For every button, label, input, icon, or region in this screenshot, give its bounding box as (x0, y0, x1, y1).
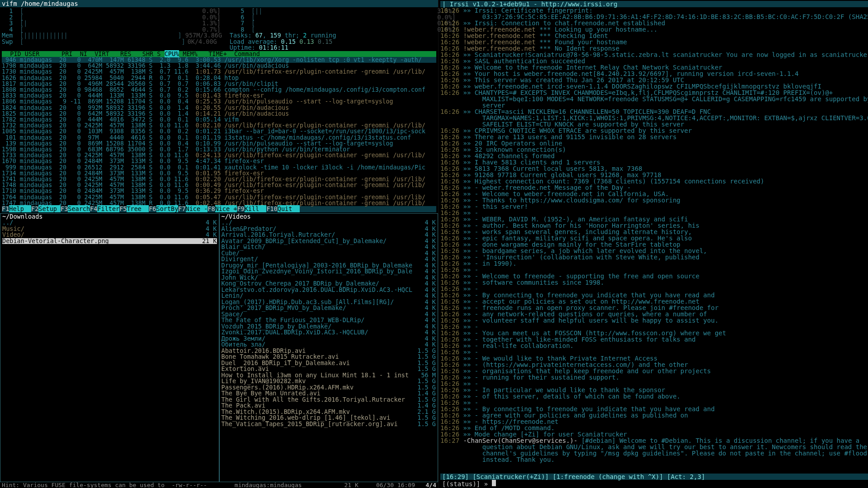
log-line: MAXLIST=bqeI:100 MODES=4 NETWORK=freenod… (440, 96, 868, 102)
log-line: 16:26 »» Scaniatrucker!Scaniatruc@78-56-… (440, 52, 868, 58)
list-item[interactable]: Debian-Vetorial-Character.png21 K (2, 238, 217, 244)
log-line: 16:26 »» 20 IRC Operators online (440, 140, 868, 146)
log-line: 16:26 »» Your host is weber.freenode.net… (440, 70, 868, 77)
log-line: 16:26 »» End of /MOTD command. (440, 425, 868, 431)
log-line: 16:26 »» - 'Insurrection' (collaboration… (440, 254, 868, 260)
log-line: 16:26 »» - agree with our policies and g… (440, 412, 868, 418)
process-header[interactable]: PID USER PRI NI VIRT RES SHR S CPU% MEM%… (2, 51, 436, 57)
log-line: TARGMAX=NAMES:1,LIST:1,KICK:1,WHOIS:1,PR… (440, 115, 868, 121)
log-line: 16:26 »» 48292 channels formed (440, 153, 868, 159)
list-item[interactable]: Proch'_2017_BDRip_MVO_by_Dalemake/4 K (222, 305, 436, 311)
log-line: 16:26 !weber.freenode.net *** Found your… (440, 39, 868, 45)
log-line: 16:26 »» SASL authentication succeeded (440, 58, 868, 64)
pane-title-left: ~/Downloads (0, 214, 219, 220)
log-line: 16:26 »» - in 1990). (440, 260, 868, 267)
log-line: 16:26 »» 32 unknown connection(s) (440, 146, 868, 153)
log-line: SAFELIST ELIST=CTU KNOCK are supported b… (440, 121, 868, 127)
log-line: 16:26 »» - weber.freenode.net Message of… (440, 184, 868, 191)
log-line: 16:26 »» - By connecting to freenode you… (440, 292, 868, 298)
irssi-panel: | Irssi v1.0.2-1+deb9u1 - http://www.irs… (439, 0, 868, 488)
pane-title-right: ~/Videos (220, 214, 438, 220)
irssi-topbar: | Irssi v1.0.2-1+deb9u1 - http://www.irs… (440, 1, 868, 7)
log-line: 16:26 »» There are 113 users and 91155 i… (440, 134, 868, 140)
log-line: 16:26 »» - In particular we would like t… (440, 387, 868, 393)
log-line: 16:26 »» - of this server, details of wh… (440, 393, 868, 399)
log-line: 16:26 »» CHANTYPES=# EXCEPTS INVEX CHANM… (440, 89, 868, 96)
log-line: 16:26 »» This server was created Thu Jan… (440, 77, 868, 83)
list-item[interactable]: Lekarstvo.ot.zdorovya.2016.DUAL.BDRip.Xv… (222, 287, 436, 293)
log-line: 16:26 »» 5813 7368 Current local users 5… (440, 165, 868, 172)
vifm-statusline: Hint: Various FUSE file-systems can be u… (0, 482, 438, 488)
log-line: 16:26 »» - author. Best known for his 'H… (440, 222, 868, 229)
log-line: 16:26 !weber.freenode.net *** No Ident r… (440, 45, 868, 52)
log-line: 16:26 »» - (440, 324, 868, 330)
log-line: 16:26 »» - WEBER, DAVID M. (1952-), an A… (440, 216, 868, 222)
log-line: 16:26 »» - done wargame design mainly fo… (440, 241, 868, 248)
log-line: 16:26 »» - https://freenode.net (440, 418, 868, 425)
list-item[interactable]: Music/4 K (2, 226, 217, 232)
log-line: 16:26 »» Irssi: Certificate fingerprint: (440, 7, 868, 14)
log-line: 16:26 »» - volunteer staff and helpful u… (440, 317, 868, 324)
irssi-statusbar: [16:29] [Scaniatrucker(+Zi)] [1:freenode… (440, 474, 868, 480)
irssi-log[interactable]: 16:26 »» Irssi: Certificate fingerprint:… (440, 7, 868, 474)
list-item[interactable]: ../4 K (2, 220, 217, 226)
log-line: 16:26 »» - freenode runs an open proxy s… (440, 305, 868, 311)
log-line: 16:26 »» - any network-related questions… (440, 311, 868, 317)
log-line: 16:26 »» Highest connection count: 7369 … (440, 178, 868, 184)
log-line: 16:26 »» - (440, 286, 868, 292)
log-line: 16:26 »» I have 5813 clients and 1 serve… (440, 159, 868, 165)
log-line: channel's guidelines by typing "/msg dpk… (440, 450, 868, 456)
process-list[interactable]: 946 mindaugas 20 0 470M 147M 61348 S 2.0… (2, 57, 436, 206)
log-line: 16:26 »» Mode change [+Zi] for user Scan… (440, 431, 868, 437)
log-line: 16:26 »» Irssi: Connection to chat.freen… (440, 20, 868, 26)
log-line: 16:26 »» - (440, 210, 868, 216)
log-line: 16:26 »» - By connecting to freenode you… (440, 406, 868, 412)
log-line: 16:26 »» weber.freenode.net ircd-seven-1… (440, 83, 868, 89)
window-title: vifm /home/mindaugas (0, 0, 438, 7)
log-line: 16:26 !weber.freenode.net *** Checking I… (440, 33, 868, 39)
log-line: 16:27 -ChanServ(ChanServ@services.)- [#d… (440, 437, 868, 444)
htop-panel: 1[ 0.0%] 2[ 0.0%] 3[| 1.3%] 4[ (0, 7, 438, 213)
log-line: 16:26 »» - together with like-minded FOS… (440, 336, 868, 343)
log-line: 16:26 »» - We would like to thank Privat… (440, 355, 868, 361)
log-line: question about Debian GNU/Linux, ask and… (440, 444, 868, 450)
list-item[interactable]: Blair_witch/4 K (222, 244, 436, 250)
log-line: 16:26 »» - this server! (440, 203, 868, 210)
log-line: 16:26 »» - running for their sustained s… (440, 374, 868, 380)
log-line: 16:26 »» - epic fantasy, military scifi … (440, 235, 868, 241)
log-line: 16:26 »» CPRIVMSG CNOTICE WHOX ETRACE ar… (440, 127, 868, 134)
htop-fkeys[interactable]: F1Help F2Setup F3SearchF4FilterF5Tree F6… (2, 206, 436, 212)
log-line: 16:26 »» - real-life collaboration. (440, 343, 868, 349)
vifm-panes: ~/Downloads ../4 KMusic/4 KVideo/4 KDebi… (0, 213, 438, 482)
log-line: 16:26 »» - (440, 349, 868, 355)
log-line: 16:26 »» 91268 97718 Current global user… (440, 172, 868, 178)
list-item[interactable]: The_Vatican_Tapes_2015_BDRip_[rutracker.… (222, 421, 436, 427)
log-line: 16:26 »» - Thanks to https://www.cloudsi… (440, 197, 868, 203)
log-line: 16:26 !weber.freenode.net *** Looking up… (440, 26, 868, 33)
pane-videos[interactable]: ~/Videos ../4 KAlien&Predator/4 KArrival… (219, 213, 439, 482)
log-line: server (440, 102, 868, 108)
log-line: 16:26 »» - (440, 399, 868, 406)
swap-usage: 0K/4.00G (185, 39, 217, 45)
log-line: 16:26 »» - software communities since 19… (440, 279, 868, 286)
log-line: 16:26 »» - You can meet us at FOSSCON (h… (440, 330, 868, 336)
log-line: 16:26 »» Welcome to the freenode Interne… (440, 64, 868, 70)
log-line: 16:26 »» - (https://www.privateinterneta… (440, 361, 868, 368)
log-line: 16:26 »» - (440, 267, 868, 273)
irssi-input[interactable]: [(status)] » (440, 480, 868, 487)
log-line: 16:26 »» - (440, 380, 868, 387)
log-line: 16:26 »» - organisations that help keep … (440, 368, 868, 374)
log-line: 03:37:26:9C:5C:85:EE:A2:8B:B6:D9:71:36:A… (440, 14, 868, 20)
pane-downloads[interactable]: ~/Downloads ../4 KMusic/4 KVideo/4 KDebi… (0, 213, 219, 482)
log-line: 16:26 »» - Welcome to freenode - support… (440, 273, 868, 279)
log-line: 16:26 »» CHARSET=ascii NICKLEN=16 CHANNE… (440, 108, 868, 115)
log-line: instead. Thank you. (440, 456, 868, 463)
log-line: 16:26 »» - works span several genres, in… (440, 229, 868, 235)
log-line: 16:26 »» - accept our policies as set ou… (440, 298, 868, 305)
log-line: 16:26 »» - boardgame series, a job which… (440, 248, 868, 254)
log-line: 16:26 »» - Welcome to weber.freenode.net… (440, 191, 868, 197)
